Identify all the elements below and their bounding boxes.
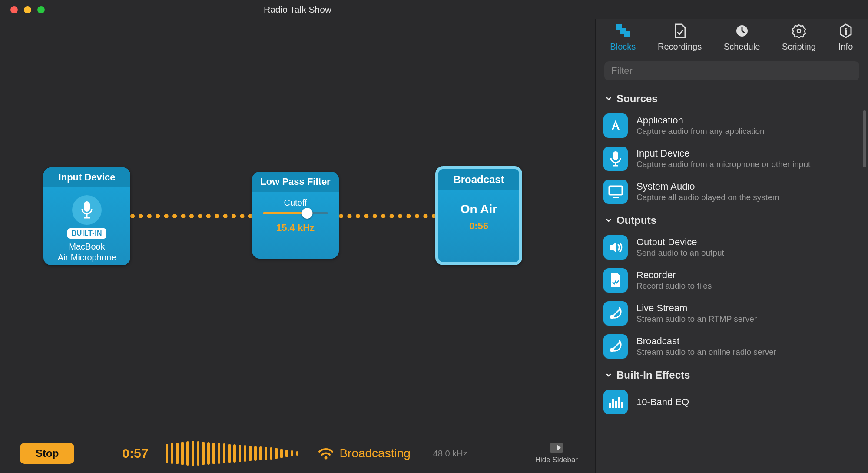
connector: [130, 214, 253, 218]
waveform-bar: [291, 450, 293, 456]
eq-icon: [603, 390, 628, 414]
file-icon: [603, 268, 628, 293]
waveform-bar: [259, 446, 262, 460]
sidebar-block-item[interactable]: BroadcastStream audio to an online radio…: [601, 330, 863, 363]
scrollbar-thumb[interactable]: [863, 110, 866, 167]
sidebar-block-item[interactable]: RecorderRecord audio to files: [601, 264, 863, 297]
svg-point-8: [797, 29, 801, 33]
svg-point-3: [325, 456, 328, 460]
sidebar-section-header[interactable]: Built-In Effects: [601, 363, 863, 386]
waveform-bar: [202, 442, 205, 465]
svg-point-21: [619, 342, 621, 344]
dish-icon: [603, 334, 628, 359]
broadcast-status-label: Broadcasting: [339, 446, 410, 460]
sidebar-scroll[interactable]: SourcesApplicationCapture audio from any…: [596, 87, 868, 470]
slider-thumb[interactable]: [302, 208, 313, 219]
block-item-subtitle: Send audio to an output: [636, 248, 724, 258]
svg-rect-6: [624, 31, 630, 37]
sidebar-tabs: BlocksRecordingsScheduleScriptingInfo: [596, 19, 868, 59]
waveform-bar: [239, 445, 241, 462]
waveform-bar: [275, 448, 278, 459]
builtin-badge: BUILT-IN: [67, 228, 106, 239]
mic-icon: [603, 147, 628, 171]
block-item-title: 10-Band EQ: [636, 396, 689, 408]
block-item-title: Live Stream: [636, 303, 757, 314]
svg-point-18: [619, 309, 621, 311]
sidebar-section-header[interactable]: Sources: [601, 87, 863, 109]
sidebar: BlocksRecordingsScheduleScriptingInfo So…: [595, 19, 868, 473]
wifi-icon: [318, 447, 333, 460]
screen-icon: [603, 180, 628, 204]
block-item-subtitle: Capture audio from a microphone or other…: [636, 159, 810, 170]
gear-icon: [791, 23, 807, 38]
svg-point-9: [845, 28, 847, 30]
sidebar-section-header[interactable]: Outputs: [601, 208, 863, 231]
waveform-bar: [270, 447, 272, 460]
sidebar-tab-blocks[interactable]: Blocks: [610, 23, 636, 52]
sidebar-tab-scripting[interactable]: Scripting: [782, 23, 816, 52]
clock-icon: [734, 23, 750, 38]
sidebar-block-item[interactable]: 10-Band EQ: [601, 386, 863, 419]
node-broadcast[interactable]: Broadcast On Air 0:56: [435, 166, 522, 265]
waveform-bar: [176, 443, 179, 464]
svg-rect-14: [609, 186, 622, 195]
svg-rect-22: [609, 403, 611, 408]
waveform-bar: [265, 447, 267, 460]
waveform-bar: [171, 443, 173, 464]
node-header: Broadcast: [438, 169, 519, 190]
svg-rect-11: [613, 151, 618, 160]
sidebar-block-item[interactable]: ApplicationCapture audio from any applic…: [601, 109, 863, 142]
svg-rect-10: [845, 30, 847, 35]
connector: [339, 214, 436, 218]
node-input-device[interactable]: Input Device BUILT-IN MacBookAir Microph…: [43, 167, 130, 265]
sidebar-block-item[interactable]: Output DeviceSend audio to an output: [601, 231, 863, 264]
waveform-bar: [181, 442, 184, 465]
sidebar-block-item[interactable]: Input DeviceCapture audio from a microph…: [601, 142, 863, 175]
sidebar-filter-input[interactable]: [604, 61, 859, 80]
block-item-title: System Audio: [636, 181, 779, 192]
stop-button[interactable]: Stop: [20, 443, 74, 464]
sidebar-block-item[interactable]: Live StreamStream audio to an RTMP serve…: [601, 297, 863, 330]
sidebar-tab-label: Blocks: [610, 42, 636, 52]
waveform-bar: [223, 443, 225, 463]
transport-bar: Stop 0:57 Broadcasting 48.0 kHz Hide Sid…: [0, 434, 595, 473]
sidebar-tab-schedule[interactable]: Schedule: [724, 23, 760, 52]
hide-sidebar-label: Hide Sidebar: [535, 456, 578, 464]
section-title: Outputs: [616, 214, 656, 227]
waveform-bar: [233, 444, 236, 463]
block-item-subtitle: Record audio to files: [636, 281, 712, 291]
recordings-icon: [672, 23, 688, 38]
titlebar: Radio Talk Show: [0, 0, 868, 19]
input-device-name: MacBookAir Microphone: [48, 241, 126, 263]
svg-rect-25: [618, 397, 620, 408]
sidebar-tab-info[interactable]: Info: [838, 23, 854, 52]
sidebar-tab-label: Schedule: [724, 42, 760, 52]
hide-sidebar-button[interactable]: Hide Sidebar: [535, 443, 578, 464]
block-item-subtitle: Stream audio to an online radio server: [636, 347, 776, 357]
microphone-icon: [72, 195, 102, 225]
waveform-bar: [244, 445, 246, 462]
block-item-subtitle: Capture audio from any application: [636, 126, 765, 137]
waveform-bar: [207, 442, 210, 465]
info-icon: [838, 23, 854, 38]
cutoff-label: Cutoff: [256, 198, 335, 208]
waveform-bar: [192, 441, 194, 466]
pipeline-canvas[interactable]: Input Device BUILT-IN MacBookAir Microph…: [0, 19, 595, 434]
cutoff-slider[interactable]: [263, 212, 328, 214]
svg-rect-0: [84, 201, 90, 212]
node-header: Low Pass Filter: [252, 172, 339, 192]
svg-rect-24: [615, 401, 617, 408]
svg-line-17: [613, 310, 619, 316]
sidebar-tab-recordings[interactable]: Recordings: [658, 23, 702, 52]
waveform-bar: [166, 444, 168, 463]
sidebar-tab-label: Info: [838, 42, 853, 52]
app-icon: [603, 113, 628, 138]
sidebar-tab-label: Scripting: [782, 42, 816, 52]
waveform-bar: [280, 449, 283, 458]
block-item-subtitle: Stream audio to an RTMP server: [636, 314, 757, 324]
block-item-title: Application: [636, 115, 765, 126]
sidebar-block-item[interactable]: System AudioCapture all audio played on …: [601, 175, 863, 208]
node-low-pass-filter[interactable]: Low Pass Filter Cutoff 15.4 kHz: [252, 172, 339, 259]
blocks-icon: [615, 23, 631, 38]
svg-rect-26: [621, 402, 623, 408]
